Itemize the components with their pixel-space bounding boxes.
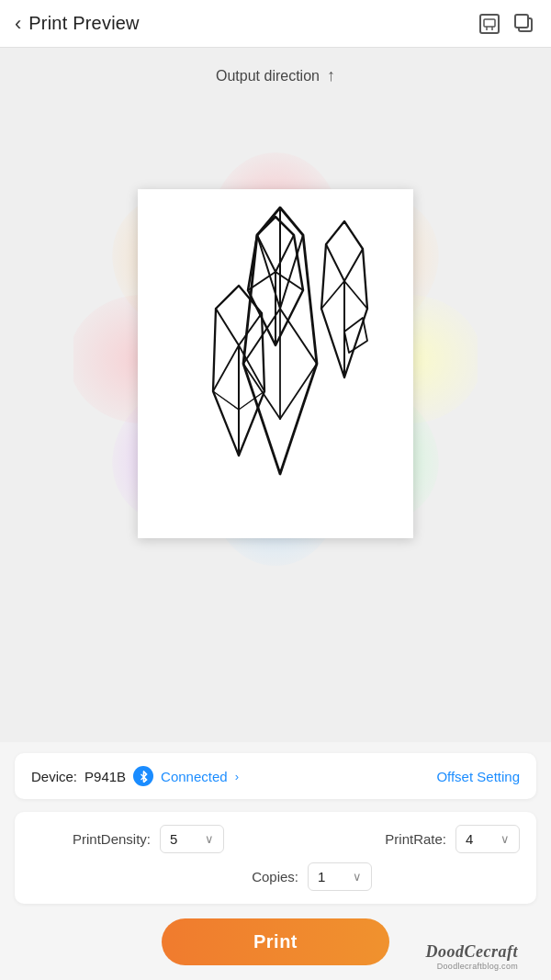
watermark-main: DoodCecraft (426, 942, 518, 962)
print-button-row: Print DoodCecraft Doodlecraftblog.com (15, 913, 536, 980)
svg-rect-5 (515, 15, 528, 28)
rate-label: PrintRate: (385, 831, 446, 847)
bluetooth-icon (133, 766, 153, 786)
device-info: Device: P941B Connected › (31, 766, 239, 786)
print-button[interactable]: Print (162, 918, 389, 965)
copies-dropdown-arrow: ∨ (353, 870, 362, 884)
svg-line-35 (344, 281, 367, 309)
header-left: ‹ Print Preview (15, 8, 140, 39)
device-label: Device: (31, 769, 77, 784)
export-button[interactable] (478, 12, 501, 36)
copies-label: Copies: (179, 869, 298, 884)
svg-line-28 (280, 364, 317, 419)
svg-line-27 (243, 364, 280, 419)
connection-status[interactable]: Connected (161, 769, 228, 784)
rate-dropdown-arrow: ∨ (500, 832, 510, 846)
output-direction-arrow: ↑ (327, 66, 335, 85)
rate-col: PrintRate: 4 ∨ (276, 825, 520, 853)
settings-panel: PrintDensity: 5 ∨ PrintRate: 4 ∨ Copies:… (15, 812, 536, 904)
svg-line-17 (276, 235, 294, 272)
chevron-right-icon: › (235, 770, 239, 783)
copy-button[interactable] (512, 12, 536, 36)
svg-line-41 (213, 345, 239, 391)
svg-line-32 (344, 249, 363, 281)
preview-area: Output direction ↑ (0, 48, 551, 742)
copies-dropdown[interactable]: 1 ∨ (308, 862, 372, 891)
rate-dropdown[interactable]: 4 ∨ (455, 825, 520, 853)
copies-value: 1 (318, 869, 325, 884)
app-header: ‹ Print Preview (0, 0, 551, 48)
device-name: P941B (84, 769, 126, 784)
watermark-sub: Doodlecraftblog.com (426, 962, 518, 971)
svg-rect-0 (480, 15, 499, 33)
density-value: 5 (170, 831, 177, 847)
svg-marker-36 (344, 318, 367, 353)
device-row: Device: P941B Connected › Offset Setting (15, 753, 536, 799)
back-button[interactable]: ‹ (15, 8, 28, 39)
bottom-panel: Device: P941B Connected › Offset Setting… (0, 742, 551, 980)
density-dropdown[interactable]: 5 ∨ (160, 825, 224, 853)
watermark: DoodCecraft Doodlecraftblog.com (426, 942, 518, 971)
svg-line-38 (216, 309, 239, 345)
svg-line-34 (321, 281, 344, 309)
paper-preview (138, 189, 413, 538)
offset-setting-button[interactable]: Offset Setting (436, 769, 520, 784)
copies-row: Copies: 1 ∨ (31, 862, 520, 896)
rate-value: 4 (466, 831, 473, 847)
page-title: Print Preview (28, 13, 139, 34)
header-actions (478, 12, 536, 36)
svg-rect-1 (484, 19, 495, 27)
flower-container (73, 102, 478, 616)
density-col: PrintDensity: 5 ∨ (31, 825, 276, 853)
output-direction-label: Output direction (216, 68, 320, 84)
density-dropdown-arrow: ∨ (205, 832, 214, 846)
svg-line-31 (326, 244, 344, 281)
crystal-image (156, 198, 395, 529)
density-rate-row: PrintDensity: 5 ∨ PrintRate: 4 ∨ (31, 825, 520, 853)
output-direction: Output direction ↑ (216, 66, 335, 85)
density-label: PrintDensity: (31, 831, 151, 847)
